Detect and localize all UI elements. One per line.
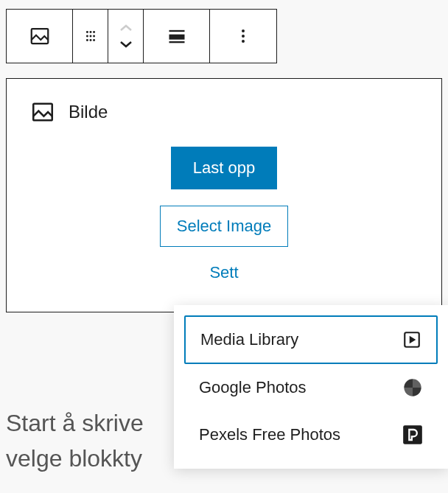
upload-button[interactable]: Last opp — [171, 147, 277, 189]
select-image-button[interactable]: Select Image — [160, 206, 288, 247]
drag-handle-button[interactable] — [73, 10, 108, 63]
svg-point-7 — [85, 39, 88, 41]
select-image-dropdown: Media Library Google Photos Pexels Free … — [174, 305, 448, 469]
svg-rect-11 — [169, 35, 184, 40]
svg-point-6 — [93, 35, 95, 38]
dropdown-item-media-library[interactable]: Media Library — [184, 315, 438, 364]
media-library-icon — [402, 330, 421, 349]
svg-rect-16 — [33, 104, 52, 121]
svg-point-9 — [93, 39, 95, 41]
chevron-up-icon[interactable] — [119, 24, 133, 32]
dropdown-item-label: Google Photos — [199, 378, 307, 397]
svg-point-3 — [93, 31, 95, 33]
more-icon — [241, 27, 245, 45]
editor-prompt[interactable]: Start å skrive velge blokkty — [6, 405, 144, 476]
drag-icon — [83, 28, 99, 44]
align-icon — [167, 26, 187, 46]
more-options-button[interactable] — [210, 10, 276, 63]
dropdown-item-pexels[interactable]: Pexels Free Photos — [184, 411, 438, 458]
image-block-placeholder: Bilde Last opp Select Image Sett — [6, 78, 442, 312]
svg-point-4 — [85, 35, 88, 38]
dropdown-item-google-photos[interactable]: Google Photos — [184, 364, 438, 411]
align-button[interactable] — [144, 10, 210, 63]
svg-point-15 — [242, 40, 245, 43]
svg-rect-10 — [169, 30, 184, 32]
chevron-down-icon[interactable] — [119, 40, 133, 49]
svg-rect-12 — [169, 41, 184, 43]
svg-point-14 — [242, 35, 245, 38]
prompt-line-2: velge blokkty — [6, 445, 142, 472]
prompt-line-1: Start å skrive — [6, 410, 144, 436]
block-mover — [108, 10, 144, 63]
svg-point-8 — [89, 39, 91, 41]
svg-rect-0 — [31, 29, 48, 43]
dropdown-item-label: Media Library — [200, 330, 298, 349]
image-icon — [29, 25, 51, 47]
google-photos-icon — [402, 377, 423, 398]
dropdown-item-label: Pexels Free Photos — [199, 425, 340, 444]
image-icon — [30, 99, 55, 125]
svg-rect-18 — [403, 425, 422, 444]
block-toolbar — [6, 9, 277, 63]
svg-point-2 — [89, 31, 91, 33]
insert-url-button[interactable]: Sett — [209, 263, 238, 282]
svg-point-1 — [85, 31, 88, 33]
block-header: Bilde — [30, 99, 418, 125]
svg-point-13 — [242, 29, 245, 32]
block-type-button[interactable] — [7, 10, 73, 63]
block-title: Bilde — [69, 102, 108, 122]
svg-point-5 — [89, 35, 91, 38]
block-actions: Last opp Select Image Sett — [30, 147, 418, 282]
pexels-icon — [402, 424, 423, 445]
